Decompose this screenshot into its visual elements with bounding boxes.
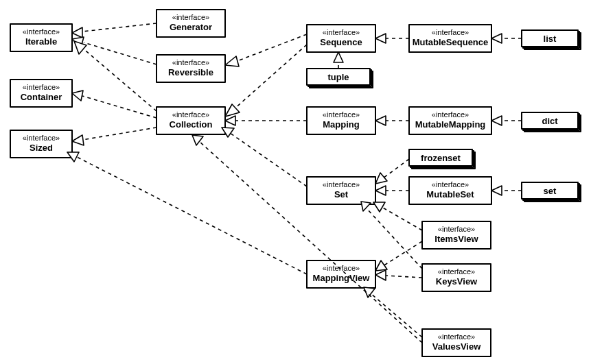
node-Collection: «interface» Collection [157,107,225,134]
node-Set: «interface» Set [307,177,375,204]
edge-MutableSequence-Sequence [375,34,409,43]
stereo: «interface» [172,13,209,21]
name: Container [21,92,62,102]
svg-marker-50 [361,202,371,211]
node-tuple: tuple [307,69,373,88]
edge-Collection-Container [72,90,157,118]
edge-list-MutableSequence [491,34,522,43]
svg-marker-49 [375,260,387,271]
edge-MutableMapping-Mapping [375,116,409,125]
node-MutableSet: «interface» MutableSet [409,177,491,204]
uml-diagram: «interface» Iterable «interface» Contain… [0,0,591,364]
name: frozenset [421,153,461,163]
edge-MutableSet-Set [375,186,409,195]
stereo: «interface» [172,58,209,66]
svg-marker-38 [375,34,386,43]
stereo: «interface» [323,110,360,119]
edge-ItemsView-Set [373,202,422,230]
name: KeysView [436,276,478,287]
edge-dict-MutableMapping [491,116,522,125]
svg-marker-36 [225,56,239,66]
edge-ItemsView-MappingView [375,241,422,271]
svg-marker-35 [72,135,84,145]
stereo: «interface» [438,332,475,341]
name: Generator [170,22,212,32]
name: MutableSet [426,189,474,199]
svg-marker-37 [225,104,240,117]
node-Iterable: «interface» Iterable [10,24,72,51]
svg-marker-41 [225,116,235,125]
node-list: list [522,30,581,49]
stereo: «interface» [323,180,360,189]
edge-ValuesView-Collection [192,135,422,343]
name: set [544,186,557,196]
edge-Sequence-Collection [225,45,307,117]
edge-tuple-Sequence [334,52,343,69]
node-MutableSequence: «interface» MutableSequence [409,25,491,52]
name: Mapping [323,119,359,130]
node-Sequence: «interface» Sequence [307,25,375,52]
name: ValuesView [432,341,481,352]
edge-set-MutableSet [491,186,522,195]
node-Reversible: «interface» Reversible [157,55,225,82]
stereo: «interface» [432,180,469,189]
edge-ValuesView-MappingView [364,287,422,337]
node-ItemsView: «interface» ItemsView [422,221,491,249]
name: Set [334,189,349,199]
stereo: «interface» [323,28,360,36]
svg-marker-43 [491,116,502,125]
name: MutableSequence [413,37,489,47]
edge-Mapping-Collection [225,116,307,125]
name: Sequence [320,37,362,47]
node-Container: «interface» Container [10,80,72,107]
node-ValuesView: «interface» ValuesView [422,329,491,356]
node-KeysView: «interface» KeysView [422,264,491,291]
svg-marker-40 [334,52,343,62]
stereo: «interface» [23,83,60,91]
svg-marker-42 [375,116,386,125]
stereo: «interface» [23,134,60,142]
name: MappingView [313,273,371,283]
edge-Collection-Sized [72,128,157,145]
svg-marker-51 [375,270,386,280]
svg-marker-46 [375,186,386,195]
node-set: set [522,182,581,202]
edge-KeysView-Set [361,202,422,269]
stereo: «interface» [432,28,469,36]
node-Mapping: «interface» Mapping [307,107,375,134]
stereo: «interface» [438,267,475,276]
name: Iterable [25,36,57,47]
edge-Reversible-Iterable [72,37,157,64]
edge-KeysView-MappingView [375,270,422,280]
name: Reversible [168,67,213,77]
stereo: «interface» [323,264,360,272]
node-MutableMapping: «interface» MutableMapping [409,107,491,134]
name: ItemsView [434,234,478,244]
svg-marker-34 [72,90,83,101]
svg-marker-31 [72,27,82,38]
stereo: «interface» [172,110,209,119]
name: dict [542,116,558,126]
node-frozenset: frozenset [409,149,475,169]
stereo: «interface» [432,110,469,119]
stereo: «interface» [438,225,475,233]
name: MutableMapping [415,119,486,130]
name: tuple [327,72,349,82]
node-Sized: «interface» Sized [10,130,72,158]
name: Collection [170,119,213,130]
edge-Set-Collection [222,128,307,186]
name: list [544,34,557,44]
svg-marker-39 [491,34,502,43]
svg-marker-45 [375,173,387,184]
node-MappingView: «interface» MappingView [307,260,375,288]
edge-Sequence-Reversible [225,34,307,66]
svg-marker-48 [373,202,385,212]
node-Generator: «interface» Generator [157,10,225,37]
node-dict: dict [522,112,581,132]
edge-Generator-Iterable [72,23,157,38]
edge-frozenset-Set [375,159,409,184]
name: Sized [30,143,53,153]
stereo: «interface» [23,27,60,36]
edge-MappingView-Sized [67,152,307,274]
svg-marker-33 [74,41,86,54]
